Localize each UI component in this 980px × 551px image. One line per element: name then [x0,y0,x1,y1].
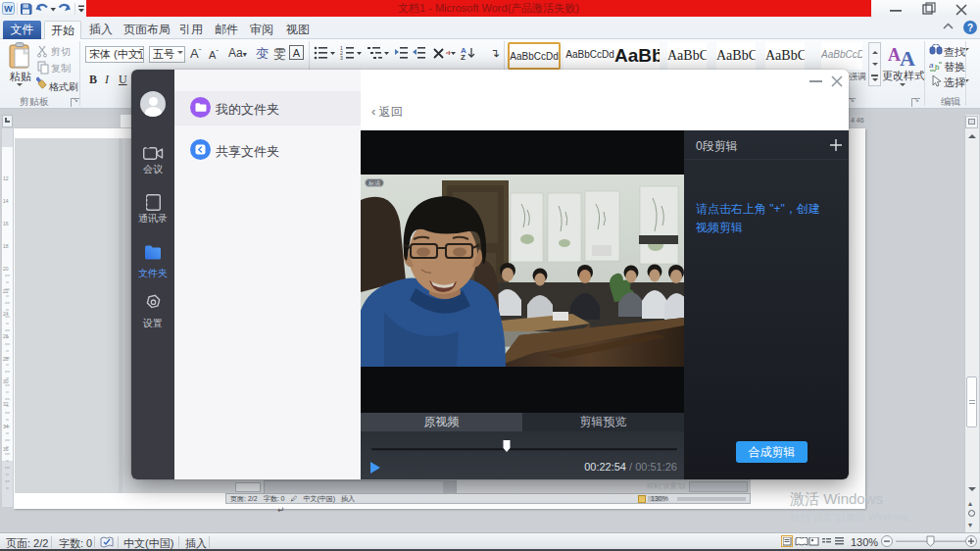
svg-text:↴: ↴ [490,46,500,60]
svg-text:A: A [900,46,915,67]
svg-text:?: ? [967,23,973,33]
svg-text:3: 3 [340,55,343,61]
svg-text:W: W [4,4,13,14]
svg-text:Z: Z [461,53,466,61]
svg-text:a: a [929,61,934,70]
